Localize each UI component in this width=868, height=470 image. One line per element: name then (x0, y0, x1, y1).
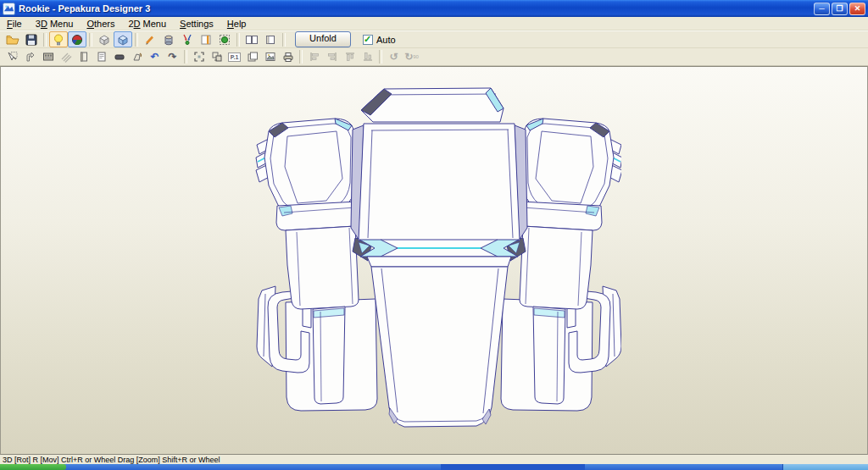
auto-checkbox-label: Auto (376, 35, 396, 45)
app-window: Rookie - Pepakura Designer 3 ─ ❐ ✕ File … (0, 0, 868, 470)
rotate-90-button[interactable]: ↻90 (403, 48, 420, 65)
toggle-material-button[interactable] (68, 31, 86, 47)
taskbar-window-button[interactable] (441, 464, 585, 470)
zoom-marquee-button[interactable] (190, 48, 208, 65)
align-bottom-button[interactable] (359, 48, 376, 65)
page-number-icon: P.1 (228, 53, 241, 62)
status-text: 3D [Rot] R [Mov] Ctrl+R or Wheel Drag [Z… (0, 456, 220, 464)
save-file-button[interactable] (22, 31, 41, 47)
floppy-disk-icon (25, 33, 38, 47)
toolbar-separator (299, 50, 303, 64)
rotate-ccw-icon: ↺ (389, 52, 398, 62)
toolbar-separator (135, 33, 138, 47)
drop-to-ground-button[interactable] (178, 31, 197, 47)
align-right-button[interactable] (323, 48, 341, 65)
window-title: Rookie - Pepakura Designer 3 (19, 3, 814, 14)
cylinder-button[interactable] (159, 31, 178, 47)
align-top-button[interactable] (341, 48, 359, 65)
arrange-sheets-button[interactable] (243, 48, 261, 65)
windows-taskbar[interactable] (0, 464, 868, 470)
redo-button[interactable]: ↷ (164, 48, 181, 65)
app-icon (3, 3, 15, 15)
2d-toolbar: ↶ ↷ P.1 (0, 48, 868, 66)
undo-button[interactable]: ↶ (146, 48, 164, 65)
panel-divider-icon (199, 33, 213, 47)
toolbar-separator (43, 33, 47, 47)
toolbar-separator (282, 33, 286, 47)
auto-checkbox[interactable] (363, 35, 373, 45)
main-toolbar: Unfold Auto (0, 30, 868, 48)
menu-2d-menu[interactable]: 2D Menu (121, 18, 173, 30)
drop-arrows-icon (181, 33, 194, 47)
page-number-button[interactable]: P.1 (225, 48, 243, 65)
title-bar[interactable]: Rookie - Pepakura Designer 3 ─ ❐ ✕ (0, 0, 868, 17)
unfold-button[interactable]: Unfold (295, 31, 351, 47)
single-pane-icon (264, 33, 277, 47)
toggle-light-button[interactable] (49, 31, 68, 47)
texture-stamp-button[interactable] (39, 48, 57, 65)
menu-help[interactable]: Help (220, 18, 253, 30)
select-sphere-icon (218, 33, 231, 47)
print-button[interactable] (279, 48, 297, 65)
menu-settings[interactable]: Settings (173, 18, 220, 30)
open-file-button[interactable] (3, 31, 22, 47)
minimize-button[interactable]: ─ (814, 3, 830, 15)
color-sphere-icon (70, 33, 84, 47)
align-left-button[interactable] (305, 48, 323, 65)
undo-icon: ↶ (150, 52, 159, 62)
single-view-button[interactable] (261, 31, 280, 47)
3d-viewport[interactable] (0, 66, 868, 455)
toolbar-separator (379, 50, 382, 64)
close-button[interactable]: ✕ (849, 3, 865, 15)
cube-blue-icon (116, 33, 130, 47)
open-folder-icon (6, 33, 19, 47)
view-wireframe-button[interactable] (95, 31, 114, 47)
split-panes-icon (245, 33, 259, 47)
redo-icon: ↷ (168, 52, 176, 62)
panel-divider-button[interactable] (197, 31, 215, 47)
page-layout-button[interactable] (92, 48, 110, 65)
rotate-part-button[interactable] (128, 48, 146, 65)
light-bulb-icon (52, 33, 65, 47)
fold-lines-button[interactable] (57, 48, 75, 65)
sheet-pages-button[interactable] (75, 48, 92, 65)
menu-others[interactable]: Others (80, 18, 121, 30)
select-object-button[interactable] (215, 31, 234, 47)
system-tray[interactable] (782, 464, 868, 470)
start-button[interactable] (0, 464, 66, 470)
pen-icon (143, 33, 157, 47)
cube-gray-icon (97, 33, 111, 47)
status-bar: 3D [Rot] R [Mov] Ctrl+R or Wheel Drag [Z… (0, 455, 868, 464)
menu-3d-menu[interactable]: 3D Menu (29, 18, 81, 30)
rotate-ccw-button[interactable]: ↺ (385, 48, 403, 65)
eraser-button[interactable] (110, 48, 128, 65)
toolbar-separator (236, 33, 240, 47)
view-shaded-button[interactable] (114, 31, 132, 47)
move-parts-button[interactable] (208, 48, 225, 65)
menu-file[interactable]: File (0, 18, 29, 30)
menu-bar: File 3D Menu Others 2D Menu Settings Hel… (0, 17, 868, 30)
3d-model-wireframe (248, 77, 621, 450)
export-image-button[interactable] (261, 48, 279, 65)
edit-pen-button[interactable] (141, 31, 159, 47)
toolbar-separator (184, 50, 187, 64)
split-view-button[interactable] (242, 31, 261, 47)
select-parts-button[interactable] (3, 48, 21, 65)
edit-flaps-button[interactable] (21, 48, 39, 65)
rotate-90-icon: ↻ (404, 52, 413, 62)
toolbar-separator (89, 33, 92, 47)
cylinder-icon (162, 33, 175, 47)
maximize-button[interactable]: ❐ (832, 3, 848, 15)
